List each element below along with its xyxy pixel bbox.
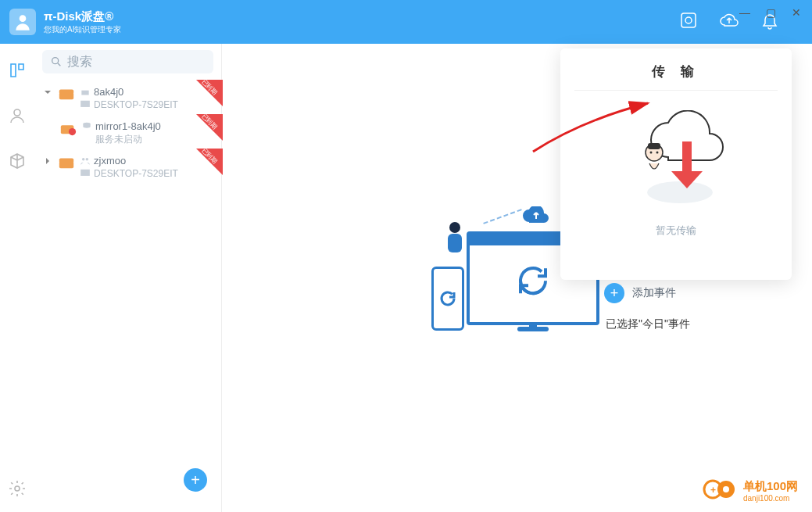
selected-event-text: 已选择"今日"事件	[606, 317, 792, 331]
svg-point-25	[723, 486, 729, 492]
maximize-button[interactable]: ▢	[766, 6, 776, 19]
tab-contacts[interactable]	[8, 106, 27, 128]
sidebar: 搜索 已到期 8ak4j0 DESKTOP-7S29EIT 已到期 mirror…	[34, 44, 222, 512]
close-button[interactable]: ✕	[792, 6, 801, 19]
svg-rect-20	[648, 143, 660, 149]
plus-icon: +	[604, 283, 624, 303]
svg-point-22	[656, 152, 659, 154]
svg-point-5	[52, 58, 59, 64]
tree-item-child-1[interactable]: 已到期 mirror1-8ak4j0 服务未启动	[52, 116, 221, 150]
expired-ribbon: 已到期	[196, 80, 223, 106]
svg-point-11	[69, 128, 76, 135]
expired-ribbon: 已到期	[196, 114, 223, 141]
titlebar: π-Disk派盘® 您我的AI知识管理专家	[0, 0, 812, 44]
add-event-button[interactable]: + 添加事件	[604, 283, 792, 303]
drive-icon	[58, 155, 75, 174]
svg-point-0	[20, 15, 27, 22]
transfer-empty-illustration	[574, 106, 778, 216]
tab-home[interactable]	[8, 61, 27, 83]
expired-ribbon: 已到期	[196, 149, 223, 175]
svg-rect-17	[80, 170, 90, 176]
svg-rect-7	[59, 90, 73, 95]
svg-point-21	[650, 152, 653, 154]
add-button[interactable]: +	[184, 468, 207, 492]
svg-rect-14	[59, 159, 73, 163]
tree-item-root-2[interactable]: 已到期 zjxmoo DESKTOP-7S29EIT	[34, 150, 221, 184]
watermark-logo-icon: +	[703, 478, 737, 504]
drive-icon	[58, 86, 75, 105]
tree-item-root-1[interactable]: 已到期 8ak4j0 DESKTOP-7S29EIT	[34, 81, 221, 116]
scan-icon[interactable]	[679, 11, 698, 33]
brand: π-Disk派盘® 您我的AI知识管理专家	[44, 9, 121, 35]
watermark: + 单机100网 danji100.com	[703, 478, 798, 504]
cloud-upload-icon[interactable]	[720, 11, 739, 33]
chevron-down-icon[interactable]	[42, 88, 53, 96]
settings-icon[interactable]	[8, 479, 27, 501]
svg-point-3	[14, 109, 20, 116]
avatar[interactable]	[9, 9, 36, 35]
events-panel-peek: + 添加事件 已选择"今日"事件	[604, 283, 792, 331]
vertical-tabs	[0, 44, 34, 512]
svg-rect-9	[80, 101, 90, 107]
chevron-right-icon[interactable]	[42, 157, 53, 165]
svg-text:+: +	[710, 485, 716, 496]
transfer-title: 传 输	[574, 63, 778, 91]
svg-point-18	[647, 181, 713, 203]
svg-point-15	[82, 158, 85, 161]
svg-rect-1	[681, 13, 696, 27]
drive-sync-icon	[59, 120, 77, 139]
search-placeholder: 搜索	[67, 54, 92, 70]
app-subtitle: 您我的AI知识管理专家	[44, 24, 121, 35]
svg-point-16	[86, 158, 89, 161]
transfer-popover: 传 输 暂无传输	[560, 48, 792, 280]
svg-point-4	[15, 486, 20, 491]
tab-box[interactable]	[8, 152, 27, 174]
svg-point-2	[685, 17, 692, 23]
app-title: π-Disk派盘®	[44, 9, 121, 24]
svg-point-8	[83, 92, 84, 94]
search-input[interactable]: 搜索	[42, 50, 213, 73]
transfer-empty-text: 暂无传输	[574, 224, 778, 238]
minimize-button[interactable]: —	[739, 6, 750, 19]
